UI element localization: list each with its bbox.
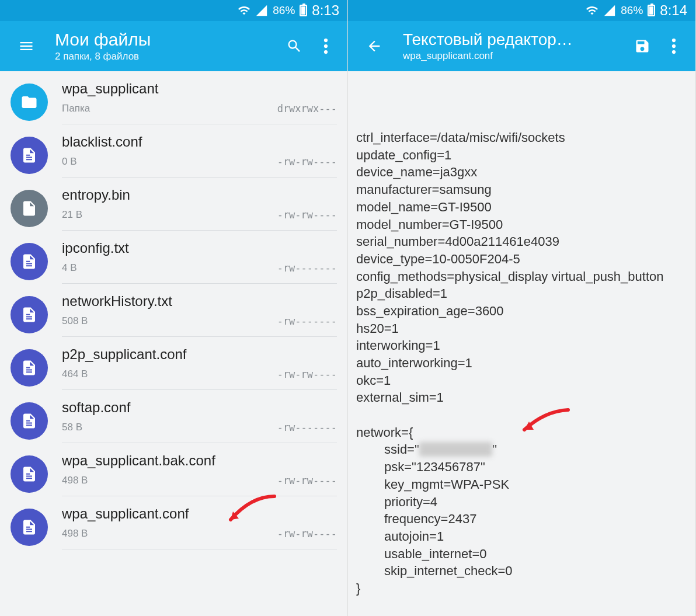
text-line: usable_internet=0	[356, 545, 687, 563]
signal-icon	[603, 4, 616, 17]
file-icon	[11, 296, 48, 333]
folder-icon	[11, 83, 48, 121]
status-bar: 86% 8:13	[0, 0, 347, 21]
page-title: Текстовый редактор…	[403, 30, 627, 49]
file-row[interactable]: networkHistory.txt508 B-rw-------	[0, 284, 347, 337]
svg-point-3	[672, 39, 676, 42]
file-size: 498 B	[62, 528, 88, 540]
file-size: 508 B	[62, 315, 88, 327]
page-subtitle: 2 папки, 8 файлов	[55, 51, 279, 62]
text-line: priority=4	[356, 493, 687, 511]
file-row[interactable]: softap.conf58 B-rw-------	[0, 390, 347, 443]
text-line	[356, 406, 687, 424]
editor-text[interactable]: ctrl_interface=/data/misc/wifi/socketsup…	[348, 71, 695, 616]
file-row[interactable]: wpa_supplicantПапкаdrwxrwx---	[0, 71, 347, 124]
file-list[interactable]: wpa_supplicantПапкаdrwxrwx---blacklist.c…	[0, 71, 347, 616]
file-perms: -rw-rw----	[277, 475, 337, 486]
wifi-icon	[586, 4, 598, 17]
file-name: networkHistory.txt	[62, 293, 337, 309]
battery-icon	[300, 5, 307, 16]
svg-point-5	[672, 50, 676, 54]
app-bar: Текстовый редактор… wpa_supplicant.conf	[348, 21, 695, 71]
text-line: auto_interworking=1	[356, 354, 687, 372]
text-line: device_type=10-0050F204-5	[356, 250, 687, 268]
text-line: hs20=1	[356, 320, 687, 337]
text-line: okc=1	[356, 372, 687, 389]
battery-icon	[648, 5, 655, 16]
file-size: 464 B	[62, 368, 88, 380]
text-line: config_methods=physical_display virtual_…	[356, 268, 687, 286]
text-line: }	[356, 580, 687, 597]
text-line: external_sim=1	[356, 389, 687, 406]
more-vert-icon	[323, 37, 328, 55]
arrow-back-icon	[366, 38, 382, 54]
file-icon	[11, 509, 48, 546]
clock: 8:13	[312, 2, 339, 19]
file-perms: -rw-rw----	[277, 209, 337, 221]
text-line: interworking=1	[356, 337, 687, 354]
file-row[interactable]: wpa_supplicant.bak.conf498 B-rw-rw----	[0, 443, 347, 496]
file-perms: -rw-------	[277, 315, 337, 327]
text-line: update_config=1	[356, 147, 687, 164]
wifi-icon	[238, 4, 250, 17]
file-perms: -rw-rw----	[277, 368, 337, 380]
file-name: wpa_supplicant.bak.conf	[62, 453, 337, 469]
file-row[interactable]: wpa_supplicant.conf498 B-rw-rw----	[0, 496, 347, 549]
text-line: psk="123456787"	[356, 458, 687, 476]
save-icon	[634, 38, 650, 54]
file-row[interactable]: blacklist.conf0 B-rw-rw----	[0, 124, 347, 178]
file-row[interactable]: p2p_supplicant.conf464 B-rw-rw----	[0, 337, 347, 390]
menu-button[interactable]	[11, 30, 42, 62]
text-line: model_number=GT-I9500	[356, 216, 687, 234]
text-line: autojoin=1	[356, 528, 687, 545]
file-icon	[11, 402, 48, 440]
file-row[interactable]: ipconfig.txt4 B-rw-------	[0, 231, 347, 284]
file-perms: -rw-rw----	[277, 528, 337, 540]
save-button[interactable]	[627, 30, 658, 62]
hamburger-icon	[18, 38, 34, 54]
page-title: Мои файлы	[55, 30, 279, 50]
text-line: ssid="hidden_ssid"	[356, 441, 687, 458]
file-name: blacklist.conf	[62, 134, 337, 150]
clock: 8:14	[660, 2, 687, 19]
file-name: softap.conf	[62, 399, 337, 416]
file-icon	[11, 243, 48, 280]
file-name: wpa_supplicant	[62, 81, 337, 97]
back-button[interactable]	[359, 30, 390, 62]
status-bar: 86% 8:14	[348, 0, 695, 21]
file-perms: -rw-rw----	[277, 156, 337, 168]
text-line: key_mgmt=WPA-PSK	[356, 476, 687, 493]
text-editor-pane: 86% 8:14 Текстовый редактор… wpa_supplic…	[348, 0, 696, 616]
text-line: ctrl_interface=/data/misc/wifi/sockets	[356, 129, 687, 147]
file-name: ipconfig.txt	[62, 240, 337, 256]
text-line: skip_internet_check=0	[356, 562, 687, 580]
file-icon	[11, 137, 48, 174]
text-line: manufacturer=samsung	[356, 181, 687, 199]
file-icon	[11, 349, 48, 387]
battery-percent: 86%	[273, 4, 295, 17]
file-perms: -rw-------	[277, 262, 337, 274]
file-size: 498 B	[62, 475, 88, 486]
file-name: entropy.bin	[62, 187, 337, 203]
overflow-button[interactable]	[658, 30, 690, 62]
file-size: 4 B	[62, 262, 77, 274]
text-line: bss_expiration_age=3600	[356, 302, 687, 320]
file-name: p2p_supplicant.conf	[62, 346, 337, 363]
text-line: serial_number=4d00a211461e4039	[356, 233, 687, 250]
svg-point-0	[324, 39, 328, 42]
svg-point-2	[324, 50, 328, 54]
search-icon	[286, 38, 302, 54]
file-size: 0 B	[62, 156, 77, 168]
app-bar: Мои файлы 2 папки, 8 файлов	[0, 21, 347, 71]
more-vert-icon	[671, 37, 676, 55]
text-line: frequency=2437	[356, 510, 687, 528]
file-row[interactable]: entropy.bin21 B-rw-rw----	[0, 178, 347, 231]
text-line: model_name=GT-I9500	[356, 199, 687, 216]
file-size: 58 B	[62, 422, 82, 433]
search-button[interactable]	[279, 30, 310, 62]
file-name: wpa_supplicant.conf	[62, 506, 337, 522]
svg-point-1	[324, 44, 328, 48]
signal-icon	[255, 4, 268, 17]
file-perms: -rw-------	[277, 422, 337, 433]
overflow-button[interactable]	[310, 30, 342, 62]
